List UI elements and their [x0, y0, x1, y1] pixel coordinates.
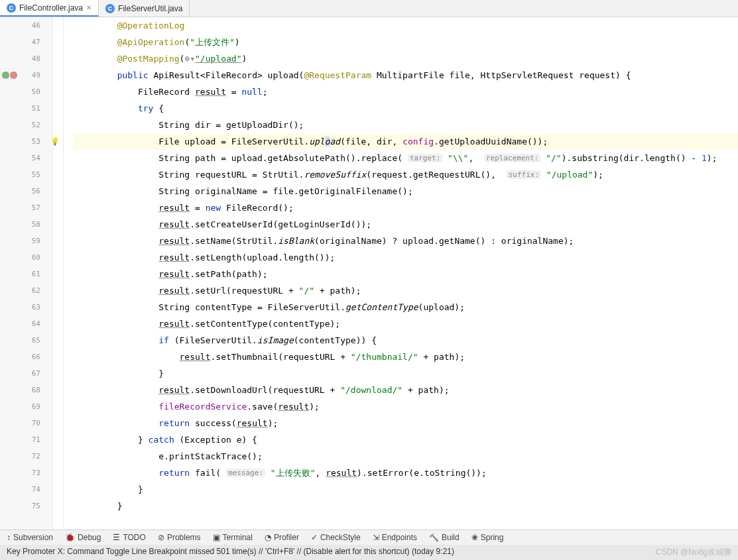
code-line: if (FileServerUtil.isImage(contentType))… [73, 332, 738, 349]
run-marker-icon[interactable] [2, 72, 17, 79]
tab-label: FileController.java [19, 3, 83, 13]
url-icon: ⊕▾ [184, 54, 195, 64]
terminal-icon: ▣ [213, 533, 220, 542]
java-class-icon: C [105, 4, 115, 13]
code-line: } [73, 481, 738, 498]
code-line: result.setUrl(requestURL + "/" + path); [73, 282, 738, 299]
tool-endpoints[interactable]: ⇲Endpoints [373, 533, 417, 542]
line-number: 55 [25, 170, 40, 179]
code-line: result.setContentType(contentType); [73, 315, 738, 332]
code-line: fileRecordService.save(result); [73, 398, 738, 415]
line-number: 52 [25, 121, 40, 129]
tool-todo[interactable]: ☰TODO [113, 533, 145, 542]
line-number: 61 [25, 270, 40, 278]
editor-tabs: CFileController.java✕ CFileServerUtil.ja… [0, 0, 738, 17]
code-line: return fail( message: "上传失败", result).se… [73, 465, 738, 481]
code-line: @PostMapping(⊕▾"/upload") [73, 50, 738, 67]
code-line: result = new FileRecord(); [73, 199, 738, 216]
fold-column[interactable] [64, 17, 73, 530]
code-line-current: File upload = FileServerUtil.upload(file… [73, 133, 738, 150]
line-number: 65 [25, 336, 40, 345]
line-number: 68 [25, 386, 40, 394]
line-number: 67 [25, 369, 40, 378]
line-number: 75 [25, 502, 40, 510]
code-area[interactable]: @OperationLog @ApiOperation("上传文件") @Pos… [73, 17, 738, 530]
debug-icon: 🐞 [65, 533, 75, 542]
code-line: result.setName(StrUtil.isBlank(originalN… [73, 233, 738, 249]
change-stripe [53, 17, 64, 530]
line-number: 71 [25, 435, 40, 444]
todo-icon: ☰ [113, 533, 120, 542]
line-number: 51 [25, 104, 40, 113]
code-line: String originalName = file.getOriginalFi… [73, 183, 738, 199]
code-line: result.setDownloadUrl(requestURL + "/dow… [73, 382, 738, 398]
line-number: 66 [25, 353, 40, 361]
status-bar: Key Promoter X: Command Toggle Line Brea… [0, 545, 738, 560]
code-line: String contentType = FileServerUtil.getC… [73, 299, 738, 315]
code-line: try { [73, 100, 738, 117]
line-number: 74 [25, 485, 40, 494]
tab-label: FileServerUtil.java [118, 4, 182, 13]
editor-main: 46 47 48 49 50 51 52 53 54 55 56 57 58 5… [0, 17, 738, 530]
problems-icon: ⊘ [158, 533, 164, 542]
code-line: public ApiResult<FileRecord> upload(@Req… [73, 67, 738, 84]
code-line: } [73, 498, 738, 514]
line-number: 47 [25, 38, 40, 46]
tool-problems[interactable]: ⊘Problems [158, 533, 201, 542]
tool-windows-bar: ↕Subversion 🐞Debug ☰TODO ⊘Problems ▣Term… [0, 530, 738, 545]
code-line: String requestURL = StrUtil.removeSuffix… [73, 166, 738, 183]
code-line: e.printStackTrace(); [73, 448, 738, 465]
line-number: 64 [25, 319, 40, 328]
line-number: 57 [25, 203, 40, 212]
profiler-icon: ◔ [265, 533, 271, 542]
line-number: 70 [25, 419, 40, 427]
line-number: 62 [25, 286, 40, 295]
tab-fileserverutil[interactable]: CFileServerUtil.java [99, 0, 190, 17]
line-number: 48 [25, 54, 40, 63]
tool-profiler[interactable]: ◔Profiler [265, 533, 299, 542]
line-number: 69 [25, 402, 40, 411]
code-line: String dir = getUploadDir(); [73, 117, 738, 133]
code-line: result.setThumbnail(requestURL + "/thumb… [73, 349, 738, 365]
line-number: 54 [25, 154, 40, 162]
line-number: 72 [25, 452, 40, 461]
line-number: 56 [25, 187, 40, 196]
tool-subversion[interactable]: ↕Subversion [7, 533, 53, 542]
spring-icon: ❀ [471, 533, 478, 542]
code-line: } catch (Exception e) { [73, 431, 738, 448]
code-line: result.setPath(path); [73, 266, 738, 282]
line-number: 49 [25, 71, 40, 80]
code-line: result.setLength(upload.length()); [73, 249, 738, 266]
checkstyle-icon: ✓ [311, 533, 318, 542]
tool-checkstyle[interactable]: ✓CheckStyle [311, 533, 361, 542]
line-number: 60 [25, 253, 40, 262]
line-number: 59 [25, 237, 40, 245]
code-line: result.setCreateUserId(getLoginUserId())… [73, 216, 738, 233]
status-message: Key Promoter X: Command Toggle Line Brea… [7, 547, 454, 558]
tab-filecontroller[interactable]: CFileController.java✕ [0, 0, 99, 17]
close-icon[interactable]: ✕ [86, 4, 92, 11]
gutter[interactable]: 46 47 48 49 50 51 52 53 54 55 56 57 58 5… [0, 17, 53, 530]
line-number: 53 [25, 137, 40, 146]
code-line: String path = upload.getAbsolutePath().r… [73, 150, 738, 166]
code-line: FileRecord result = null; [73, 84, 738, 100]
tool-terminal[interactable]: ▣Terminal [213, 533, 253, 542]
line-number: 50 [25, 87, 40, 96]
endpoints-icon: ⇲ [373, 533, 379, 542]
bottom-panel: ↕Subversion 🐞Debug ☰TODO ⊘Problems ▣Term… [0, 530, 738, 560]
tool-spring[interactable]: ❀Spring [471, 533, 504, 542]
code-line: @ApiOperation("上传文件") [73, 34, 738, 50]
tool-build[interactable]: 🔨Build [429, 533, 460, 542]
build-icon: 🔨 [429, 533, 439, 542]
code-line: } [73, 365, 738, 382]
code-line: @OperationLog [73, 17, 738, 34]
subversion-icon: ↕ [7, 533, 11, 542]
tool-debug[interactable]: 🐞Debug [65, 533, 101, 542]
code-line: return success(result); [73, 415, 738, 431]
line-number: 58 [25, 220, 40, 229]
line-number: 63 [25, 303, 40, 311]
line-number: 46 [25, 21, 40, 30]
java-class-icon: C [7, 3, 16, 13]
line-number: 73 [25, 469, 40, 477]
watermark: CSDN @No8g攻城狮 [656, 547, 731, 558]
